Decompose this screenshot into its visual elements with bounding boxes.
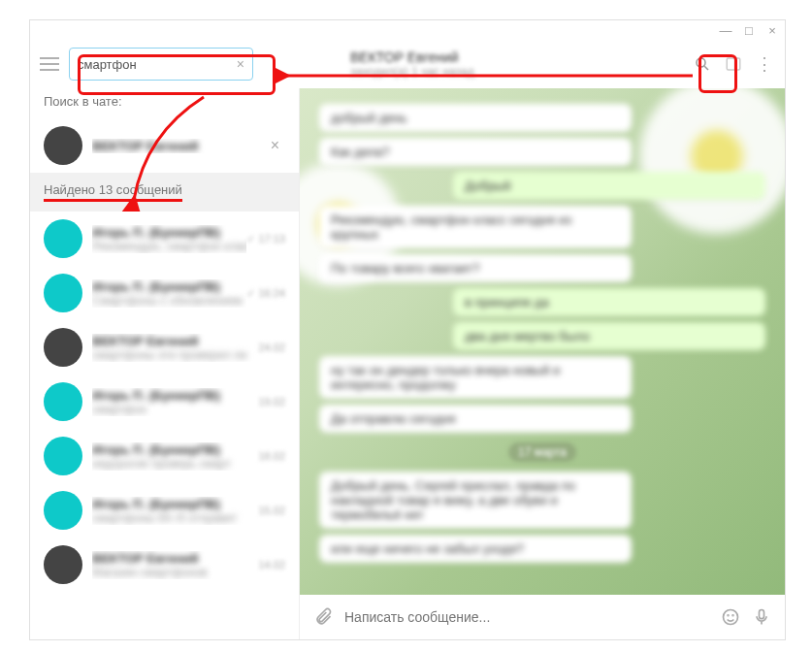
messages-area[interactable]: добрый деньКак дела?ДобрыйРекомендую, см…	[300, 88, 785, 595]
search-input[interactable]	[78, 57, 237, 72]
incoming-message[interactable]: ну так он дендер только вчера новый и ин…	[319, 356, 632, 399]
mic-icon[interactable]	[752, 607, 771, 627]
search-result-row[interactable]: Игорь П. (БункерПВ)смартфоны 64 гб отпра…	[30, 483, 299, 538]
more-menu-icon[interactable]: ⋮	[756, 53, 775, 75]
result-snippet: Рекомендую, смартфон класс	[92, 240, 246, 253]
incoming-message[interactable]: Как дела?	[319, 138, 632, 166]
incoming-message[interactable]: или еще ничего не забыл уходя?	[319, 535, 632, 563]
result-snippet: смартфоны 64 гб отправит	[92, 511, 258, 525]
contact-name: ВЕКТОР Евгений	[350, 49, 684, 65]
outgoing-message[interactable]: в принципе да	[453, 288, 765, 316]
maximize-button[interactable]: □	[742, 23, 756, 38]
pinned-chat-name: ВЕКТОР Евгений	[92, 139, 265, 153]
result-name: Игорь П. (БункерПВ)	[92, 388, 258, 403]
search-scope-label: Поиск в чате:	[30, 88, 299, 118]
result-snippet: недорогие проверь смарт	[92, 457, 258, 471]
results-count-bar: Найдено 13 сообщений	[30, 173, 299, 212]
message-input[interactable]	[344, 609, 709, 625]
sidebar: Поиск в чате: ВЕКТОР Евгений × Найдено 1…	[30, 88, 300, 639]
result-name: Игорь П. (БункерПВ)	[92, 442, 258, 457]
result-meta: 15.02	[258, 505, 285, 516]
outgoing-message[interactable]: два дня мертво было	[453, 322, 765, 350]
minimize-button[interactable]: —	[719, 23, 732, 38]
sidebar-toggle-icon[interactable]	[725, 55, 742, 73]
result-meta: ✓ 16:24	[246, 287, 285, 300]
result-name: ВЕКТОР Евгений	[92, 334, 258, 348]
results-count-label: Найдено 13 сообщений	[44, 182, 182, 202]
search-result-row[interactable]: ВЕКТОР Евгенийсмартфоны эти проверил ли2…	[30, 320, 299, 375]
result-name: Игорь П. (БункерПВ)	[92, 279, 246, 294]
avatar	[44, 382, 82, 421]
result-snippet: Смартфоны с обновлением	[92, 294, 246, 308]
avatar	[44, 491, 82, 530]
contact-status: заходил(а) 1 час назад	[350, 65, 684, 79]
result-name: Игорь П. (БункерПВ)	[92, 225, 246, 240]
date-separator: 17 марта	[508, 442, 576, 462]
incoming-message[interactable]: Да отправлю сегодня	[319, 405, 632, 433]
svg-rect-7	[760, 610, 764, 619]
result-meta: 19.02	[258, 396, 285, 408]
svg-rect-2	[727, 58, 740, 70]
incoming-message[interactable]: добрый день	[319, 104, 632, 132]
window-titlebar: — □ ×	[30, 20, 785, 40]
incoming-message[interactable]: Добрый день, Сергей прислал, правда по н…	[319, 472, 632, 529]
result-name: Игорь П. (БункерПВ)	[92, 497, 258, 511]
result-snippet: смартфоны эти проверил ли	[92, 348, 258, 362]
svg-point-6	[732, 615, 733, 616]
avatar	[44, 328, 82, 367]
incoming-message[interactable]: По товару всего хватает?	[319, 254, 632, 282]
svg-line-1	[704, 66, 708, 70]
avatar	[44, 274, 82, 312]
svg-point-0	[697, 58, 705, 67]
app-body: Поиск в чате: ВЕКТОР Евгений × Найдено 1…	[30, 88, 785, 639]
chat-pane: добрый деньКак дела?ДобрыйРекомендую, см…	[300, 88, 785, 639]
clear-search-icon[interactable]: ×	[237, 56, 244, 72]
avatar	[44, 545, 82, 584]
result-name: ВЕКТОР Евгений	[92, 551, 258, 566]
result-snippet: Магазин смартфонов	[92, 566, 258, 579]
incoming-message[interactable]: Рекомендую, смартфон класс сегодня из кр…	[319, 206, 632, 248]
header-tools: ⋮	[694, 53, 775, 75]
emoji-icon[interactable]	[721, 607, 740, 627]
avatar	[44, 219, 82, 258]
composer	[300, 595, 785, 639]
search-field-wrap: ×	[69, 48, 253, 81]
search-result-row[interactable]: Игорь П. (БункерПВ)Смартфоны с обновлени…	[30, 266, 299, 320]
outgoing-message[interactable]: Добрый	[453, 172, 765, 200]
result-meta: 14.02	[258, 559, 285, 570]
result-snippet: смартфон	[92, 403, 258, 416]
search-result-row[interactable]: ВЕКТОР ЕвгенийМагазин смартфонов14.02	[30, 538, 299, 592]
search-result-row[interactable]: Игорь П. (БункерПВ)смартфон19.02	[30, 375, 299, 429]
pinned-chat-row[interactable]: ВЕКТОР Евгений ×	[30, 118, 299, 173]
search-result-row[interactable]: Игорь П. (БункерПВ)недорогие проверь сма…	[30, 429, 299, 483]
attach-icon[interactable]	[313, 607, 333, 627]
window-close-button[interactable]: ×	[765, 23, 779, 38]
chat-header[interactable]: ВЕКТОР Евгений заходил(а) 1 час назад	[263, 49, 684, 79]
search-results-list: Игорь П. (БункерПВ)Рекомендую, смартфон …	[30, 212, 299, 639]
svg-point-5	[728, 615, 729, 616]
svg-point-4	[724, 610, 738, 625]
search-in-chat-icon[interactable]	[694, 55, 711, 73]
search-result-row[interactable]: Игорь П. (БункерПВ)Рекомендую, смартфон …	[30, 212, 299, 266]
avatar	[44, 126, 82, 165]
result-meta: 24.02	[258, 342, 285, 353]
result-meta: 18.02	[258, 450, 285, 462]
close-icon[interactable]: ×	[265, 137, 285, 154]
app-window: — □ × × ВЕКТОР Евгений заходил(а) 1 час …	[29, 19, 786, 640]
result-meta: ✓ 17:13	[246, 233, 285, 245]
avatar	[44, 437, 82, 475]
menu-icon[interactable]	[40, 57, 59, 71]
topbar: × ВЕКТОР Евгений заходил(а) 1 час назад …	[30, 40, 785, 88]
